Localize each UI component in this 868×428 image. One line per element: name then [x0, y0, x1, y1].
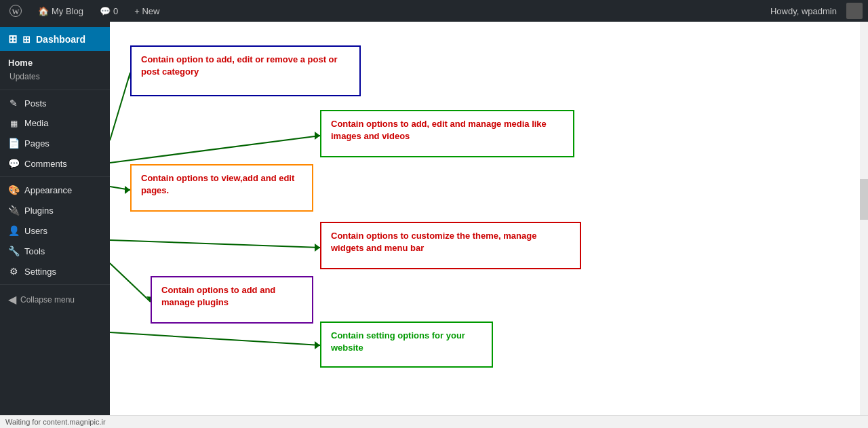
- comments-count[interactable]: 💬 0: [96, 0, 122, 22]
- pages-icon: 📄: [8, 138, 19, 149]
- avatar: [846, 3, 863, 19]
- content-area: Contain option to add, edit or remove a …: [110, 22, 868, 415]
- svg-line-10: [110, 263, 151, 302]
- sidebar-item-tools[interactable]: 🔧 Tools: [0, 241, 110, 261]
- sidebar-item-settings[interactable]: ⚙ Settings: [0, 261, 110, 281]
- annotation-container: Contain option to add, edit or remove a …: [110, 22, 868, 415]
- users-label: Users: [24, 226, 47, 236]
- sidebar-item-appearance[interactable]: 🎨 Appearance: [0, 180, 110, 200]
- svg-line-8: [110, 240, 320, 248]
- posts-icon: ✎: [8, 98, 19, 109]
- updates-label[interactable]: Updates: [8, 71, 102, 85]
- sidebar-item-plugins[interactable]: 🔌 Plugins: [0, 200, 110, 220]
- dashboard-icon: ⊞: [22, 34, 31, 45]
- appearance-label: Appearance: [24, 185, 72, 195]
- pages-annotation-text: Contain options to view,add and edit pag…: [141, 173, 294, 195]
- wp-logo[interactable]: W: [5, 0, 26, 22]
- scrollbar-track: [860, 22, 868, 415]
- appearance-icon: 🎨: [8, 184, 19, 195]
- collapse-menu[interactable]: ◀ Collapse menu: [0, 288, 110, 311]
- site-name[interactable]: 🏠 My Blog: [34, 0, 87, 22]
- comments-label: Comments: [24, 159, 67, 169]
- pages-annotation-box: Contain options to view,add and edit pag…: [130, 164, 313, 212]
- posts-annotation-box: Contain option to add, edit or remove a …: [130, 45, 361, 96]
- home-label[interactable]: Home: [8, 55, 102, 71]
- settings-icon: ⚙: [8, 266, 19, 277]
- sidebar-divider-1: [0, 90, 110, 90]
- howdy-label: Howdy, wpadmin: [766, 6, 841, 16]
- main-layout: ⊞ Dashboard Home Updates ✎ Posts ▦ Media…: [0, 22, 868, 415]
- settings-label: Settings: [24, 267, 56, 277]
- svg-marker-13: [315, 341, 320, 349]
- collapse-label: Collapse menu: [20, 295, 75, 305]
- sidebar-item-comments[interactable]: 💬 Comments: [0, 153, 110, 174]
- sidebar-item-media[interactable]: ▦ Media: [0, 113, 110, 133]
- admin-bar-right: Howdy, wpadmin: [766, 3, 863, 19]
- posts-label: Posts: [24, 98, 47, 109]
- plugins-label: Plugins: [24, 206, 54, 216]
- plugins-annotation-text: Contain options to add and manage plugin…: [161, 285, 275, 307]
- sidebar-item-users[interactable]: 👤 Users: [0, 220, 110, 241]
- scrollbar-thumb[interactable]: [860, 179, 868, 220]
- posts-annotation-text: Contain option to add, edit or remove a …: [141, 54, 338, 77]
- svg-line-2: [110, 73, 130, 140]
- media-icon: ▦: [8, 119, 19, 128]
- sidebar-dashboard[interactable]: ⊞ Dashboard: [0, 27, 110, 51]
- svg-text:W: W: [12, 7, 20, 16]
- svg-marker-7: [125, 186, 130, 194]
- appearance-annotation-box: Contain options to customize the theme, …: [320, 222, 581, 269]
- admin-bar: W 🏠 My Blog 💬 0 + New Howdy, wpadmin: [0, 0, 868, 22]
- media-annotation-box: Contain options to add, edit and manage …: [320, 110, 574, 157]
- settings-annotation-box: Contain setting options for your website: [320, 322, 493, 368]
- sidebar-item-posts[interactable]: ✎ Posts: [0, 93, 110, 113]
- sidebar-divider-2: [0, 176, 110, 177]
- media-label: Media: [24, 118, 48, 128]
- pages-label: Pages: [24, 138, 50, 149]
- sidebar-item-pages[interactable]: 📄 Pages: [0, 133, 110, 153]
- settings-annotation-text: Contain setting options for your website: [331, 330, 465, 353]
- svg-line-12: [110, 332, 320, 345]
- svg-marker-9: [315, 244, 320, 252]
- comments-icon: 💬: [8, 158, 19, 169]
- svg-marker-5: [315, 132, 320, 140]
- media-annotation-text: Contain options to add, edit and manage …: [331, 119, 547, 141]
- appearance-annotation-text: Contain options to customize the theme, …: [331, 231, 536, 253]
- tools-icon: 🔧: [8, 246, 19, 256]
- svg-line-6: [110, 187, 130, 190]
- sidebar: ⊞ Dashboard Home Updates ✎ Posts ▦ Media…: [0, 22, 110, 415]
- users-icon: 👤: [8, 225, 19, 236]
- new-button[interactable]: + New: [130, 0, 163, 22]
- plugins-icon: 🔌: [8, 205, 19, 216]
- dashboard-label: Dashboard: [36, 34, 85, 45]
- plugins-annotation-box: Contain options to add and manage plugin…: [151, 276, 313, 324]
- sidebar-home-section: Home Updates: [0, 51, 110, 87]
- status-bar: Waiting for content.magnipic.ir: [0, 415, 868, 428]
- collapse-icon: ◀: [8, 293, 16, 306]
- status-text: Waiting for content.magnipic.ir: [5, 418, 106, 426]
- sidebar-divider-3: [0, 284, 110, 285]
- svg-line-4: [110, 136, 320, 163]
- tools-label: Tools: [24, 246, 45, 256]
